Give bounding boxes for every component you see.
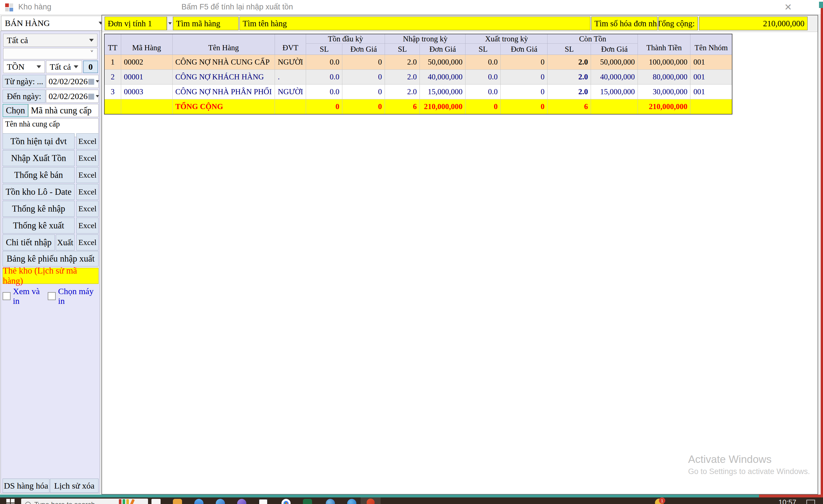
col-tt: TT <box>104 34 121 55</box>
count-box[interactable]: 0 <box>83 60 98 73</box>
to-date-picker[interactable]: 02/02/2026 ▦ <box>46 90 99 103</box>
col-group-con-ton: Còn Tồn <box>547 34 638 44</box>
cell: 0.0 <box>306 70 342 84</box>
notification-icon[interactable]: 1 <box>655 499 664 504</box>
chon-may-in-checkbox[interactable] <box>48 292 56 300</box>
excel-button[interactable]: Excel <box>76 167 99 183</box>
cell: CÔNG NỢ KHÁCH HÀNG <box>172 70 275 84</box>
cell: 1 <box>104 55 121 70</box>
cell: 0 <box>501 70 547 84</box>
cell: 0 <box>342 70 385 84</box>
table-row[interactable]: 100002CÔNG NỢ NHÀ CUNG CẤPNGƯỜI0.002.050… <box>104 55 732 70</box>
app-icon-purple-swirl[interactable] <box>237 499 246 504</box>
chevron-down-icon <box>89 39 94 42</box>
report-button[interactable]: Thống kê bán <box>3 167 74 183</box>
excel-button[interactable]: Excel <box>76 150 99 166</box>
folder-icon[interactable] <box>173 499 182 504</box>
store-app-icon[interactable] <box>114 498 142 504</box>
cell: 001 <box>690 55 732 70</box>
cell: 00001 <box>121 70 172 84</box>
cell: 0 <box>466 99 501 114</box>
ton-dropdown[interactable]: TỒN <box>3 60 45 73</box>
cell: 0 <box>342 99 385 114</box>
find-invoice-input[interactable]: Tìm số hóa đơn nhập <box>591 17 658 30</box>
chon-may-in-label: Chọn máy in <box>58 286 99 306</box>
table-total-row: TỔNG CỘNG006210,000,000006210,000,000 <box>104 99 732 114</box>
cell: 2.0 <box>547 70 591 84</box>
notepad-plus-icon[interactable] <box>259 499 268 504</box>
report-button[interactable]: Chi tiết nhập <box>3 234 55 250</box>
cell: 0 <box>306 99 342 114</box>
close-icon[interactable]: ✕ <box>782 2 794 13</box>
filter-all-dropdown[interactable]: Tất cả <box>3 34 98 47</box>
cell: 0 <box>501 99 547 114</box>
cell: 80,000,000 <box>638 70 690 84</box>
bang-ke-button[interactable]: Bảng kê phiếu nhập xuất <box>3 251 99 266</box>
app-icon-blue-swirl[interactable] <box>216 499 225 504</box>
mode-dropdown[interactable]: BÁN HÀNG <box>1 16 107 31</box>
background-window-corner <box>819 2 823 8</box>
excel-button[interactable]: Excel <box>76 184 99 200</box>
report-button-row: Nhập Xuất TồnExcel <box>3 150 99 166</box>
excel-button[interactable]: Excel <box>76 218 99 234</box>
print-options: Xem và in Chọn máy in <box>3 286 99 306</box>
cell: 001 <box>690 70 732 84</box>
report-button[interactable]: Tồn hiện tại đvt <box>3 134 74 149</box>
supplier-code-input[interactable]: Mã nhà cung cấp <box>28 104 99 117</box>
col-group-ton-dau-ky: Tồn đầu kỳ <box>306 34 385 44</box>
report-button-row: Tồn kho Lô - DateExcel <box>3 184 99 200</box>
table-row[interactable]: 200001CÔNG NỢ KHÁCH HÀNG.0.002.040,000,0… <box>104 70 732 84</box>
unit-dropdown-arrow[interactable] <box>167 17 173 30</box>
lich-su-xoa-button[interactable]: Lịch sử xóa <box>50 479 99 493</box>
app-icon-blue-sphere[interactable] <box>326 499 335 504</box>
the-kho-button[interactable]: Thẻ kho (Lịch sử mã hàng) <box>3 268 99 284</box>
report-button[interactable]: Thống kê xuất <box>3 218 74 234</box>
chevron-down-icon <box>74 65 78 68</box>
report-button[interactable]: Tồn kho Lô - Date <box>3 184 74 200</box>
xem-va-in-label: Xem và in <box>13 286 45 306</box>
report-button[interactable]: Nhập Xuất Tồn <box>3 150 74 166</box>
cell: . <box>275 70 306 84</box>
cell: 2.0 <box>547 84 591 99</box>
find-code-input[interactable]: Tìm mã hàng <box>173 17 238 30</box>
running-app-highlight[interactable] <box>361 497 381 504</box>
excel-button[interactable]: Excel <box>76 234 99 250</box>
cell: 2.0 <box>385 70 420 84</box>
report-button-row: Thống kê bánExcel <box>3 167 99 183</box>
search-icon <box>25 502 31 504</box>
empty-dropdown[interactable]: ˅ <box>3 48 98 59</box>
report-button[interactable]: Thống kê nhập <box>3 201 74 217</box>
cell: 0.0 <box>466 70 501 84</box>
grand-total-value: 210,000,000 <box>699 17 808 30</box>
all-dropdown-2[interactable]: Tất cả <box>46 60 82 73</box>
cell <box>104 99 121 114</box>
mode-dropdown-value: BÁN HÀNG <box>5 18 50 28</box>
report-mid-button[interactable]: Xuất <box>56 234 74 250</box>
taskbar-clock[interactable]: 10:57 <box>779 498 796 504</box>
sidebar: Tất cả ˅ TỒN Tất cả 0 Từ ngày: ... 02/02… <box>1 31 100 493</box>
find-name-input[interactable]: Tìm tên hàng <box>239 17 591 30</box>
report-button-list: Tồn hiện tại đvtExcelNhập Xuất TồnExcelT… <box>3 134 99 251</box>
ds-hang-hoa-button[interactable]: DS hàng hóa <box>3 479 49 493</box>
app-icon-blue-sphere-2[interactable] <box>347 499 356 504</box>
col-group-nhap-trong-ky: Nhập trong kỳ <box>385 34 466 44</box>
excel-button[interactable]: Excel <box>76 134 99 149</box>
chon-button[interactable]: Chọn <box>3 104 28 117</box>
cell: 0.0 <box>466 55 501 70</box>
excel-icon[interactable] <box>303 499 312 504</box>
chrome-icon[interactable] <box>282 499 291 504</box>
app-icon-blue-drop[interactable] <box>194 499 203 504</box>
report-button-row: Thống kê nhậpExcel <box>3 201 99 217</box>
to-date-label[interactable]: Đến ngày: <box>3 90 45 103</box>
from-date-label[interactable]: Từ ngày: ... <box>3 75 45 88</box>
unit-dropdown[interactable]: Đơn vị tính 1 <box>105 17 167 30</box>
start-button[interactable] <box>6 499 15 504</box>
document-app-icon[interactable] <box>151 499 161 504</box>
show-desktop-button[interactable] <box>806 500 815 504</box>
cell: 0 <box>501 84 547 99</box>
table-row[interactable]: 300003CÔNG NỢ NHÀ PHÂN PHỐINGƯỜI0.002.01… <box>104 84 732 99</box>
report-button-row: Tồn hiện tại đvtExcel <box>3 134 99 149</box>
xem-va-in-checkbox[interactable] <box>3 292 11 300</box>
excel-button[interactable]: Excel <box>76 201 99 217</box>
from-date-picker[interactable]: 02/02/2026 ▦ <box>46 75 99 88</box>
